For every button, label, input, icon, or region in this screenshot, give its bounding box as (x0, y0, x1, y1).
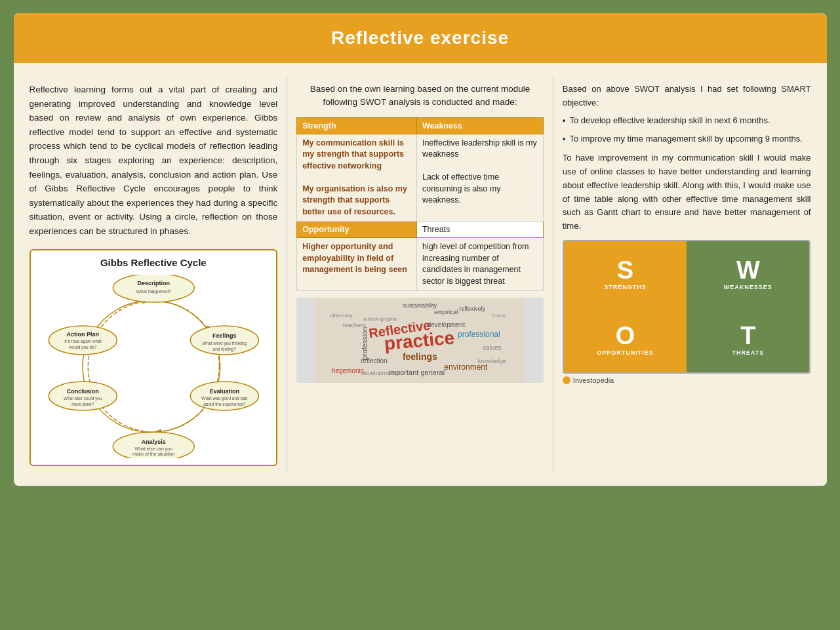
swot-t-label: THREATS (732, 349, 764, 356)
svg-text:make of the situation: make of the situation (132, 452, 175, 456)
svg-text:professional: professional (458, 330, 500, 339)
svg-text:Feelings: Feelings (212, 332, 237, 339)
svg-text:developmental: developmental (361, 370, 400, 376)
swot-o-cell: O OPPORTUNITIES (564, 307, 687, 372)
weakness-header: Weakness (416, 117, 543, 134)
svg-text:hegemonic: hegemonic (332, 367, 364, 374)
investopedia-credit: Investopedia (563, 376, 811, 384)
bullet-text-2: To improve my time management skill by u… (569, 132, 802, 146)
svg-text:about the experience?: about the experience? (203, 402, 246, 407)
swot-s-label: STRENGTHS (604, 284, 647, 290)
gibbs-svg: Description What happened? Feelings What… (37, 275, 270, 458)
svg-text:differently: differently (330, 313, 353, 319)
swot-w-label: WEAKNESSES (724, 284, 772, 290)
bullet-2: • To improve my time management skill by… (563, 132, 811, 146)
swot-s-cell: S STRENGTHS (564, 241, 687, 307)
svg-text:Conclusion: Conclusion (66, 388, 98, 395)
svg-text:would you do?: would you do? (68, 345, 96, 350)
swot-grid: S STRENGTHS W WEAKNESSES O OPPORTUNITIES… (563, 240, 811, 374)
svg-text:What happened?: What happened? (136, 289, 170, 294)
svg-text:What was good and bad: What was good and bad (201, 396, 247, 401)
word-cloud-inner: practice Reflective feelings profession … (296, 298, 544, 383)
svg-text:Currie: Currie (492, 313, 506, 319)
svg-text:reflexively: reflexively (459, 305, 486, 312)
svg-text:Evaluation: Evaluation (209, 388, 239, 395)
svg-text:sustainability: sustainability (403, 302, 437, 309)
svg-text:feelings: feelings (403, 351, 437, 362)
svg-text:have done?: have done? (71, 402, 94, 406)
svg-text:autobiographic: autobiographic (363, 316, 397, 322)
svg-text:teachers: teachers (343, 322, 366, 328)
gibbs-cycle: Description What happened? Feelings What… (37, 275, 270, 458)
svg-text:If it rose again what: If it rose again what (64, 339, 102, 344)
main-content: Reflective learning forms out a vital pa… (14, 63, 827, 486)
bullet-1: • To develop effective leadership skill … (563, 114, 811, 128)
middle-column: Based on the own learning based on the c… (287, 76, 553, 473)
gibbs-diagram: Gibbs Reflective Cycle (30, 249, 278, 466)
svg-text:Action Plan: Action Plan (66, 331, 99, 338)
bullet-dot-2: • (563, 132, 566, 146)
word-cloud: practice Reflective feelings profession … (296, 298, 544, 383)
svg-text:values: values (483, 344, 502, 351)
bullet-dot-1: • (563, 114, 566, 128)
threats-header: Threats (416, 222, 543, 238)
swot-intro: Based on the own learning based on the c… (296, 83, 544, 109)
svg-text:Description: Description (137, 280, 170, 286)
svg-text:reflection: reflection (361, 357, 388, 364)
opportunity-header: Opportunity (297, 222, 417, 238)
threats-cell: high level of competition from increasin… (416, 238, 543, 291)
swot-s-letter: S (617, 258, 633, 283)
word-cloud-svg: practice Reflective feelings profession … (296, 298, 544, 383)
svg-point-2 (113, 275, 194, 302)
svg-text:What were you thinking: What were you thinking (202, 341, 247, 346)
swot-t-letter: T (740, 323, 755, 348)
swot-t-cell: T THREATS (687, 307, 809, 372)
swot-w-letter: W (736, 258, 760, 283)
svg-text:profession: profession (361, 327, 369, 361)
svg-text:development: development (428, 321, 465, 328)
svg-text:What else could you: What else could you (64, 396, 102, 401)
left-column: Reflective learning forms out a vital pa… (20, 76, 287, 473)
left-paragraph: Reflective learning forms out a vital pa… (30, 83, 278, 239)
header: Reflective exercise (14, 13, 827, 63)
swot-table: Strength Weakness My communication skill… (296, 117, 544, 292)
svg-text:empirical: empirical (434, 309, 458, 315)
strength-header: Strength (297, 117, 417, 134)
svg-text:knowledge: knowledge (478, 358, 506, 364)
page-title: Reflective exercise (40, 28, 801, 49)
weakness-cell: Ineffective leadership skill is my weakn… (416, 134, 543, 222)
right-paragraph: To have improvement in my communication … (563, 151, 811, 233)
investopedia-text: Investopedia (573, 376, 614, 384)
swot-o-letter: O (616, 323, 635, 348)
svg-text:Analysis: Analysis (141, 439, 165, 445)
swot-w-cell: W WEAKNESSES (687, 241, 809, 307)
swot-o-label: OPPORTUNITIES (597, 349, 654, 356)
gibbs-title: Gibbs Reflective Cycle (37, 257, 270, 268)
bullet-text-1: To develop effective leadership skill in… (569, 114, 770, 128)
svg-text:and feeling?: and feeling? (212, 347, 236, 352)
right-column: Based on above SWOT analysis I had set f… (553, 76, 820, 473)
strength-cell: My communication skill is my strength th… (297, 134, 417, 222)
right-intro: Based on above SWOT analysis I had set f… (563, 83, 811, 110)
opportunity-cell: Higher opportunity and employability in … (297, 238, 417, 291)
svg-text:What else can you: What else can you (134, 446, 172, 452)
investopedia-logo (563, 376, 570, 384)
page-container: Reflective exercise Reflective learning … (14, 13, 827, 486)
